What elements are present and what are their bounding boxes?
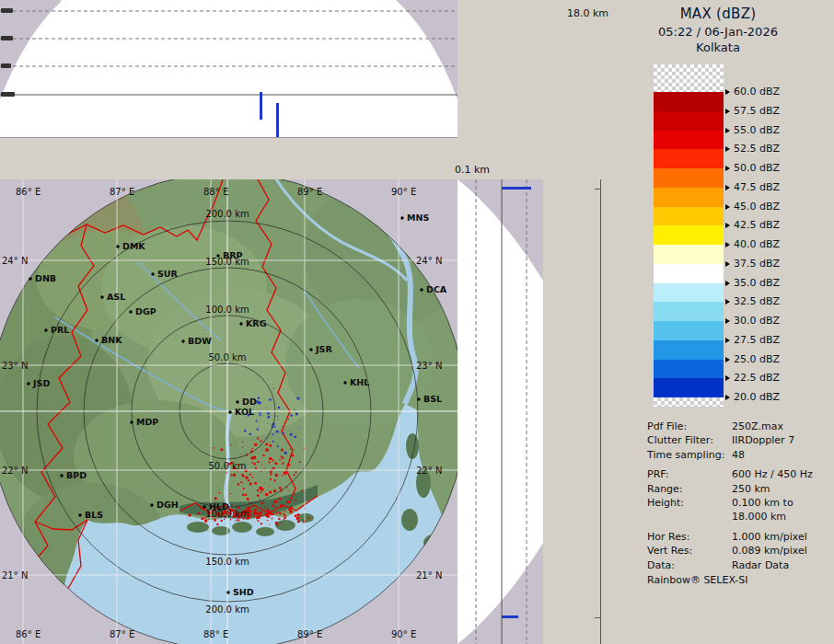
city-marker bbox=[150, 503, 153, 506]
grid-label: 88° E bbox=[203, 629, 228, 639]
grid-label: 89° E bbox=[297, 187, 322, 197]
legend-threshold-label: 45.0 dBZ bbox=[725, 201, 780, 213]
city-marker bbox=[181, 339, 184, 342]
grid-label: 86° E bbox=[16, 187, 41, 197]
colorbar-band bbox=[654, 225, 724, 245]
colorbar-band bbox=[654, 360, 724, 379]
colorbar bbox=[654, 64, 724, 407]
colorbar-band bbox=[654, 168, 724, 188]
grid-label: 88° E bbox=[203, 187, 228, 197]
city-label: PRL bbox=[51, 325, 69, 335]
city-label: MNS bbox=[407, 213, 429, 223]
info-row: Clutter Filter:IIRDoppler 7 bbox=[647, 433, 831, 447]
grid-label: 21° N bbox=[416, 570, 442, 581]
info-row: Height:0.100 km to bbox=[647, 496, 831, 510]
product-title-block: MAX (dBZ) 05:22 / 06-Jan-2026 Kolkata bbox=[585, 6, 834, 54]
city-marker bbox=[130, 420, 133, 423]
legend-panel: MAX (dBZ) 05:22 / 06-Jan-2026 Kolkata 60… bbox=[603, 0, 834, 644]
colorbar-band bbox=[654, 207, 724, 226]
city-label: KOL bbox=[235, 407, 254, 417]
legend-tick-icon bbox=[725, 375, 730, 381]
legend-tick-icon bbox=[725, 166, 730, 171]
side-profile-graphic bbox=[458, 179, 543, 644]
ring-label: 150.0 km bbox=[205, 557, 249, 567]
legend-threshold-label: 32.5 dBZ bbox=[725, 296, 780, 307]
colorbar-band bbox=[654, 340, 724, 360]
legend-threshold-label: 27.5 dBZ bbox=[725, 335, 780, 346]
city-marker bbox=[309, 348, 312, 351]
grid-label: 21° N bbox=[2, 570, 28, 581]
legend-tick-icon bbox=[725, 109, 730, 114]
colorbar-band bbox=[654, 378, 724, 397]
city-label: BDW bbox=[188, 336, 212, 346]
product-name: MAX (dBZ) bbox=[585, 6, 834, 22]
legend-threshold-label: 22.5 dBZ bbox=[725, 373, 780, 384]
city-label: DGH bbox=[156, 500, 179, 510]
city-marker bbox=[420, 288, 423, 291]
legend-tick-icon bbox=[725, 146, 730, 152]
grid-label: 23° N bbox=[2, 361, 28, 371]
info-row: Time sampling:48 bbox=[647, 448, 831, 462]
grid-label: 24° N bbox=[416, 256, 442, 266]
colorbar-band bbox=[654, 131, 724, 150]
legend-threshold-label: 40.0 dBZ bbox=[725, 239, 780, 250]
colorbar-checker-bottom bbox=[654, 397, 724, 407]
legend-threshold-label: 57.5 dBZ bbox=[725, 106, 780, 117]
info-row: Data:Radar Data bbox=[647, 558, 831, 572]
city-label: KRG bbox=[246, 318, 267, 328]
city-label: SUR bbox=[157, 269, 179, 279]
colorbar-band bbox=[654, 111, 724, 131]
legend-threshold-label: 42.5 dBZ bbox=[725, 220, 780, 231]
legend-threshold-label: 60.0 dBZ bbox=[725, 86, 780, 98]
grid-label: 86° E bbox=[16, 629, 41, 639]
grid-label: 89° E bbox=[297, 629, 322, 639]
info-row: Hor Res:1.000 km/pixel bbox=[647, 530, 831, 544]
legend-threshold-label: 50.0 dBZ bbox=[725, 163, 780, 174]
city-label: JSR bbox=[315, 344, 332, 354]
colorbar-band bbox=[654, 188, 724, 207]
city-marker bbox=[151, 272, 154, 275]
grid-label: 90° E bbox=[391, 187, 416, 197]
city-marker bbox=[29, 277, 31, 280]
city-label: BRP bbox=[223, 250, 243, 260]
city-marker bbox=[239, 322, 242, 325]
colorbar-band bbox=[654, 264, 724, 283]
legend-tick-icon bbox=[725, 357, 730, 362]
city-label: DNB bbox=[35, 273, 56, 283]
grid-label: 22° N bbox=[2, 466, 28, 476]
ring-label: 50.0 km bbox=[209, 461, 247, 471]
city-marker bbox=[78, 513, 81, 516]
product-datetime: 05:22 / 06-Jan-2026 bbox=[585, 25, 834, 39]
info-table: Pdf File:250Z.maxClutter Filter:IIRDoppl… bbox=[647, 420, 831, 572]
ring-label: 100.0 km bbox=[205, 305, 249, 315]
grid-label: 23° N bbox=[416, 361, 442, 371]
colorbar-band bbox=[654, 245, 724, 264]
legend-threshold-label: 35.0 dBZ bbox=[725, 278, 780, 289]
legend-tick-icon bbox=[725, 395, 730, 400]
colorbar-bands bbox=[654, 92, 724, 397]
city-label: DD bbox=[242, 397, 257, 407]
city-label: ASL bbox=[107, 292, 125, 302]
legend-tick-icon bbox=[725, 299, 730, 305]
legend-tick-icon bbox=[725, 318, 730, 324]
legend-threshold-label: 20.0 dBZ bbox=[725, 392, 780, 403]
legend-threshold-label: 52.5 dBZ bbox=[725, 144, 780, 155]
height-axis-min-label: 0.1 km bbox=[455, 164, 490, 176]
grid-label: 87° E bbox=[110, 629, 134, 639]
city-label: JSD bbox=[32, 378, 50, 388]
grid-label: 90° E bbox=[391, 629, 416, 639]
city-label: MDP bbox=[136, 417, 158, 427]
colorbar-checker-top bbox=[654, 64, 724, 92]
radar-map: 86° E86° E87° E87° E88° E88° E89° E89° E… bbox=[0, 179, 458, 644]
city-marker bbox=[100, 295, 103, 298]
info-row: 18.000 km bbox=[647, 510, 831, 523]
colorbar-labels: 60.0 dBZ57.5 dBZ55.0 dBZ52.5 dBZ50.0 dBZ… bbox=[725, 64, 827, 414]
side-profile-panel bbox=[458, 179, 543, 644]
ring-label: 200.0 km bbox=[205, 209, 249, 219]
city-label: DGP bbox=[135, 306, 156, 316]
legend-threshold-label: 47.5 dBZ bbox=[725, 182, 780, 193]
ring-label: 50.0 km bbox=[209, 352, 247, 362]
colorbar-band bbox=[654, 92, 724, 111]
legend-tick-icon bbox=[725, 281, 730, 286]
info-row: Range:250 km bbox=[647, 482, 831, 496]
